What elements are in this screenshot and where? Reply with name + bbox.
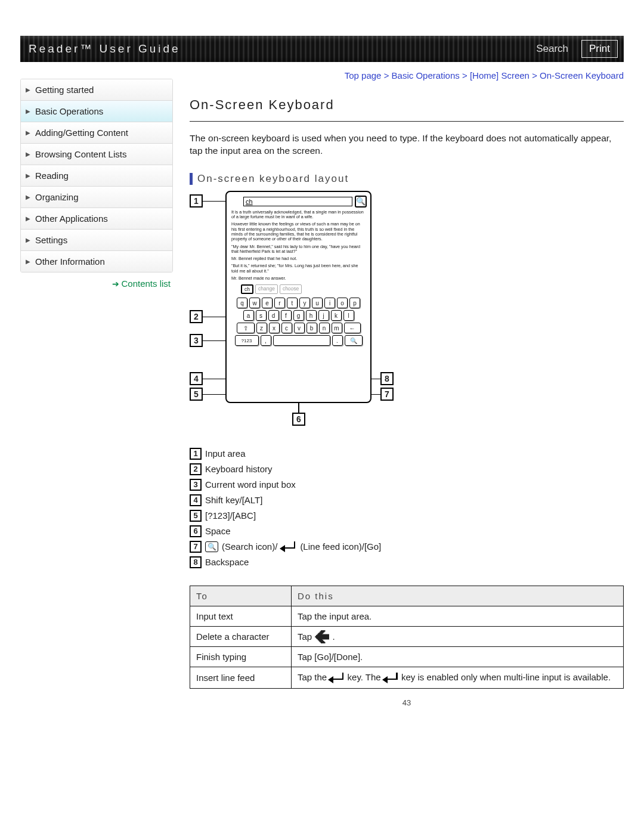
diagram-legend: 1Input area 2Keyboard history 3Current w… [190,446,624,570]
th-to: To [190,586,292,606]
key: h [306,310,317,321]
sidebar-item-label: Other Information [35,256,105,267]
page-title: On-Screen Keyboard [190,97,624,113]
sidebar-item-other-info[interactable]: ▶Other Information [21,251,172,272]
callout-8: 8 [380,372,394,385]
sidebar-item-label: Reading [35,171,69,181]
legend-item: 4Shift key/[ALT] [190,493,624,508]
table-row: Insert line feed Tap the key. The key is… [190,667,624,688]
contents-list-link[interactable]: ➔Contents list [112,278,171,289]
keyboard-diagram: 1 2 3 4 5 8 7 6 [190,191,392,429]
callout-1: 1 [190,194,203,208]
sidebar-item-reading[interactable]: ▶Reading [21,165,172,186]
cell-do: Tap the key. The key is enabled only whe… [292,667,624,688]
cell-text: Tap the [298,672,329,682]
kbd-row: ?123 , . 🔍 [230,335,367,346]
legend-num: 6 [190,525,202,537]
search-link[interactable]: Search [536,43,568,55]
cell-to: Delete a character [190,626,292,646]
legend-text: Input area [205,448,246,459]
sample-text: It is a truth universally acknowledged, … [230,210,367,220]
chevron-right-icon: ▶ [26,215,30,222]
key: e [262,298,273,308]
backspace-arrow-icon: 🡸 [314,633,330,641]
callout-3: 3 [190,334,203,347]
sidebar-item-other-apps[interactable]: ▶Other Applications [21,208,172,229]
breadcrumb-item[interactable]: Top page [345,70,382,80]
chevron-right-icon: ▶ [26,237,30,243]
virtual-keyboard: qwertyuiop asdfghjkl ⇧ zxcvbnm ← ?123 [230,298,367,348]
contents-list-label: Contents list [121,278,171,289]
key: j [318,310,329,321]
cell-to: Insert line feed [190,667,292,688]
breadcrumb-item[interactable]: Basic Operations [392,70,460,80]
key: s [256,310,267,321]
topbar-wrap: Reader™ User Guide Search Print [0,0,644,62]
key: t [287,298,298,308]
suggestion-current: ch [241,284,253,294]
key: z [256,323,267,333]
sidebar-item-label: Basic Operations [35,106,103,116]
device-input-area [243,197,352,206]
key: w [249,298,260,308]
legend-item: 1Input area [190,446,624,462]
breadcrumb-sep: > [381,70,391,80]
key: q [237,298,247,308]
th-do-this: Do this [292,586,624,606]
breadcrumb-item[interactable]: [Home] Screen [470,70,530,80]
sidebar-item-adding-content[interactable]: ▶Adding/Getting Content [21,122,172,143]
cell-to: Finish typing [190,646,292,667]
key: d [268,310,279,321]
shift-key: ⇧ [237,323,255,333]
key: p [349,298,360,308]
table-row: Input text Tap the input area. [190,606,624,626]
table-row: Delete a character Tap 🡸 . [190,626,624,646]
print-button[interactable]: Print [581,40,618,58]
sidebar-item-basic-operations[interactable]: ▶Basic Operations [21,101,172,122]
sidebar-item-browsing[interactable]: ▶Browsing Content Lists [21,144,172,165]
device-search-row: 🔍 [230,196,367,208]
key: o [337,298,348,308]
legend-text: Keyboard history [205,464,273,474]
key: n [319,323,330,333]
sidebar-item-label: Browsing Content Lists [35,149,126,159]
topbar-actions: Search Print [536,40,618,58]
breadcrumb-item: On-Screen Keyboard [540,70,624,80]
table-header-row: To Do this [190,586,624,606]
sidebar-item-settings[interactable]: ▶Settings [21,230,172,250]
section-subtitle: On-screen keyboard layout [190,173,624,185]
legend-text: (Line feed icon)/[Go] [300,541,381,552]
search-key: 🔍 [345,335,363,346]
title-rule [190,121,624,122]
key: r [274,298,285,308]
mode-key: ?123 [235,335,259,346]
chevron-right-icon: ▶ [26,151,30,157]
legend-text: Backspace [205,557,249,567]
key: b [306,323,317,333]
legend-num: 5 [190,510,202,522]
sidebar-item-getting-started[interactable]: ▶Getting started [21,79,172,100]
callout-5: 5 [190,388,203,401]
keyboard-suggestions: ch change choose [230,284,367,294]
sidebar-item-organizing[interactable]: ▶Organizing [21,187,172,208]
legend-text: (Search icon)/ [222,541,277,552]
chevron-right-icon: ▶ [26,194,30,200]
sidebar-item-label: Getting started [35,85,94,95]
key: y [299,298,310,308]
kbd-row: qwertyuiop [230,298,367,308]
legend-text: Space [205,526,231,536]
comma-key: , [261,335,271,346]
chevron-right-icon: ▶ [26,172,30,179]
callout-line [203,379,227,380]
topbar: Reader™ User Guide Search Print [20,36,624,62]
legend-item: 8Backspace [190,555,624,570]
sidebar: ▶Getting started ▶Basic Operations ▶Addi… [20,68,173,710]
legend-item: 7 🔍 (Search icon)/ (Line feed icon)/[Go] [190,539,624,555]
page-root: Reader™ User Guide Search Print ▶Getting… [0,0,644,733]
sample-text: "My dear Mr. Bennet," said his lady to h… [230,244,367,255]
cell-do: Tap [Go]/[Done]. [292,646,624,667]
backspace-key: ← [344,323,361,333]
search-icon: 🔍 [355,196,367,208]
cell-text: key. The [348,672,383,682]
legend-text: Shift key/[ALT] [205,495,262,505]
